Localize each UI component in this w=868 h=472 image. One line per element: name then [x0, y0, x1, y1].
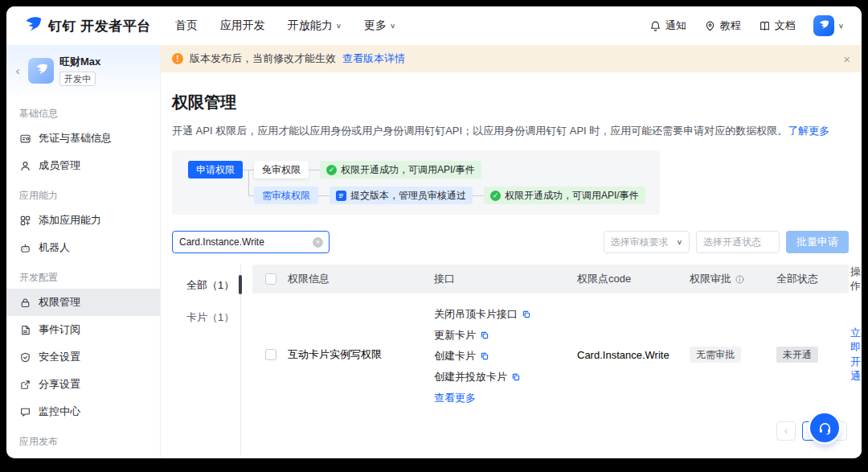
- header-code: 权限点code: [577, 272, 690, 286]
- permission-table: 权限信息 接口 权限点code 权限审批 全部状态 操作: [252, 265, 849, 455]
- learn-more-link[interactable]: 了解更多: [788, 125, 829, 137]
- group-title-dev-config: 开发配置: [6, 261, 160, 289]
- sidebar-item-credentials[interactable]: 凭证与基础信息: [6, 125, 160, 152]
- open-doc-icon[interactable]: [511, 372, 521, 382]
- app-meta: 旺财Max 开发中: [59, 55, 100, 86]
- toolbar-right: 选择审核要求 ∨ 选择开通状态 批量申请: [604, 231, 849, 253]
- sidebar-item-permissions[interactable]: 权限管理: [6, 289, 160, 316]
- search-input[interactable]: [179, 236, 313, 248]
- bell-icon: [649, 20, 661, 32]
- sidebar-item-event-subscription[interactable]: 事件订阅: [6, 316, 160, 343]
- permission-search: ×: [172, 231, 330, 253]
- page-description: 开通 API 权限后，应用才能以应用身份或用户身份调用钉钉API；以应用身份调用…: [172, 124, 849, 138]
- info-icon[interactable]: [735, 274, 745, 285]
- sidebar-item-version-release[interactable]: 版本管理与发布: [6, 453, 160, 458]
- batch-apply-button[interactable]: 批量申请: [786, 231, 849, 253]
- check-circle-icon: ✓: [326, 165, 337, 175]
- nav-app-development[interactable]: 应用开发: [220, 18, 265, 33]
- flow-row-review: 需审核权限 提交版本，管理员审核通过 ✓ 权限开通成功，可调用API/事件: [188, 187, 645, 204]
- review-permission-node: 需审核权限: [254, 187, 318, 204]
- review-step-badge: 提交版本，管理员审核通过: [330, 187, 473, 204]
- body: ‹ 旺财Max 开发中 基础信息 凭证与基础信息 成员管理 应用能力: [6, 45, 862, 458]
- flow-connector: [309, 170, 320, 170]
- close-icon[interactable]: ×: [843, 53, 850, 65]
- top-navbar: 钉钉 开发者平台 首页 应用开发 开放能力∨ 更多∨ 通知 教程 文档 ∨: [6, 6, 862, 45]
- table-toolbar: × 选择审核要求 ∨ 选择开通状态 批量申请: [172, 231, 849, 253]
- chevron-down-icon: ∨: [390, 23, 395, 30]
- open-doc-icon[interactable]: [522, 310, 531, 319]
- approval-tag: 无需审批: [690, 347, 741, 363]
- clipboard-icon: [336, 191, 346, 201]
- status-tag: 未开通: [776, 347, 818, 363]
- group-title-release: 应用发布: [6, 425, 160, 453]
- chat-bubble-icon: [19, 406, 31, 418]
- sidebar-item-add-capability[interactable]: 添加应用能力: [6, 207, 160, 234]
- api-item: 创建并投放卡片: [434, 367, 577, 388]
- flow-elbow-connector: [248, 170, 249, 195]
- flow-elbow-connector: [248, 195, 254, 196]
- app-avatar: [28, 58, 54, 84]
- category-list: 全部（1） 卡片（1）: [172, 265, 241, 455]
- group-title-basic-info: 基础信息: [6, 97, 160, 125]
- prev-page-button[interactable]: ‹: [776, 421, 796, 441]
- main-area: ! 版本发布后，当前修改才能生效 查看版本详情 × 权限管理 开通 API 权限…: [161, 45, 862, 458]
- dingtalk-logo-icon: [23, 15, 43, 36]
- chevron-down-icon: ∨: [677, 239, 682, 246]
- chevron-down-icon: ∨: [838, 23, 844, 30]
- open-doc-icon[interactable]: [480, 351, 489, 361]
- open-doc-icon[interactable]: [480, 330, 489, 340]
- sidebar-item-monitor-center[interactable]: 监控中心: [6, 398, 160, 425]
- document-icon: [19, 324, 31, 336]
- version-alert-banner: ! 版本发布后，当前修改才能生效 查看版本详情 ×: [161, 45, 862, 72]
- lock-icon: [19, 297, 31, 309]
- notifications-button[interactable]: 通知: [649, 18, 686, 33]
- row-checkbox[interactable]: [265, 349, 276, 360]
- tutorial-button[interactable]: 教程: [704, 18, 741, 33]
- sidebar-menu: 基础信息 凭证与基础信息 成员管理 应用能力 添加应用能力 机器人: [6, 96, 160, 458]
- sidebar-collapse-button[interactable]: ‹: [13, 64, 23, 76]
- app-card: ‹ 旺财Max 开发中: [6, 45, 160, 96]
- book-icon: [759, 20, 771, 32]
- nav-open-capabilities[interactable]: 开放能力∨: [288, 18, 342, 33]
- review-requirement-select[interactable]: 选择审核要求 ∨: [604, 231, 690, 253]
- chevron-down-icon: ∨: [336, 23, 342, 30]
- nav-home[interactable]: 首页: [175, 18, 198, 33]
- open-now-link[interactable]: 立即开通: [850, 326, 861, 382]
- docs-button[interactable]: 文档: [759, 18, 796, 33]
- open-status-select[interactable]: 选择开通状态: [696, 231, 780, 253]
- flow-connector: [318, 195, 330, 196]
- share-icon: [19, 379, 31, 391]
- select-all-checkbox[interactable]: [265, 273, 276, 285]
- api-item: 创建卡片: [434, 346, 577, 367]
- grid-plus-icon: [19, 215, 31, 227]
- permission-code: Card.Instance.Write: [577, 349, 690, 361]
- account-menu[interactable]: ∨: [813, 15, 844, 36]
- check-circle-icon: ✓: [490, 191, 501, 201]
- sidebar-item-share-settings[interactable]: 分享设置: [6, 371, 160, 398]
- category-card[interactable]: 卡片（1）: [186, 305, 240, 330]
- sidebar-item-members[interactable]: 成员管理: [6, 152, 160, 179]
- content: 权限管理 开通 API 权限后，应用才能以应用身份或用户身份调用钉钉API；以应…: [161, 72, 862, 458]
- api-item: 关闭吊顶卡片接口: [434, 304, 577, 325]
- main-nav: 首页 应用开发 开放能力∨ 更多∨: [175, 18, 396, 33]
- view-more-link[interactable]: 查看更多: [434, 391, 476, 405]
- brand[interactable]: 钉钉 开发者平台: [23, 15, 151, 36]
- free-permission-node: 免审权限: [254, 161, 309, 179]
- clear-search-icon[interactable]: ×: [313, 237, 323, 248]
- assistant-fab-button[interactable]: [810, 413, 839, 442]
- nav-more[interactable]: 更多∨: [364, 18, 395, 33]
- shield-icon: [19, 351, 31, 363]
- header-api: 接口: [434, 272, 577, 286]
- view-version-details-link[interactable]: 查看版本详情: [342, 51, 405, 66]
- table-row: 互动卡片实例写权限 关闭吊顶卡片接口 更新卡片: [252, 293, 849, 408]
- category-all[interactable]: 全部（1）: [186, 273, 240, 298]
- app-window: 钉钉 开发者平台 首页 应用开发 开放能力∨ 更多∨ 通知 教程 文档 ∨: [6, 6, 862, 458]
- sidebar-item-security[interactable]: 安全设置: [6, 343, 160, 371]
- free-result-badge: ✓ 权限开通成功，可调用API/事件: [320, 161, 481, 179]
- brand-title: 钉钉 开发者平台: [48, 17, 151, 35]
- header-permission-info: 权限信息: [288, 272, 434, 286]
- sidebar-item-robot[interactable]: 机器人: [6, 234, 160, 261]
- avatar: [813, 15, 834, 36]
- id-card-icon: [19, 133, 31, 145]
- map-pin-icon: [704, 20, 716, 32]
